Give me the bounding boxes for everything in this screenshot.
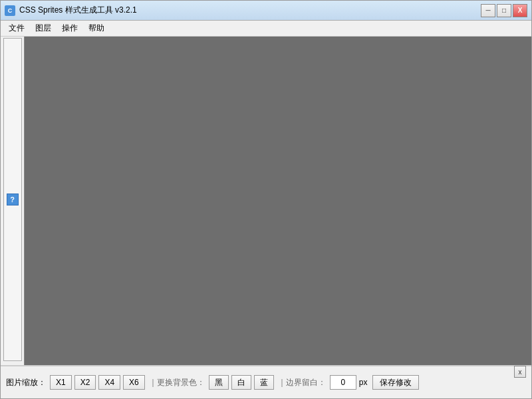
maximize-button[interactable]: □	[497, 4, 511, 17]
canvas-area	[25, 37, 531, 365]
bg-black-button[interactable]: 黑	[209, 375, 229, 390]
border-separator: ｜边界留白：	[278, 377, 326, 388]
menu-help[interactable]: 帮助	[83, 21, 110, 35]
close-button[interactable]: X	[513, 4, 527, 17]
title-bar: C CSS Sprites 样式生成工具 v3.2.1 ─ □ X	[1, 1, 531, 21]
app-window: C CSS Sprites 样式生成工具 v3.2.1 ─ □ X 文件 图层 …	[0, 0, 532, 399]
zoom-x1-button[interactable]: X1	[50, 375, 72, 390]
menu-bar: 文件 图层 操作 帮助	[1, 21, 531, 37]
zoom-x6-button[interactable]: X6	[123, 375, 145, 390]
bottom-toolbar: x 图片缩放： X1 X2 X4 X6 ｜更换背景色： 黑 白 蓝 ｜边界留白：…	[1, 365, 531, 398]
zoom-label: 图片缩放：	[6, 377, 46, 388]
left-panel: ?	[1, 37, 25, 365]
save-button[interactable]: 保存修改	[372, 375, 419, 390]
bg-blue-button[interactable]: 蓝	[254, 375, 274, 390]
app-icon: C	[5, 5, 15, 16]
menu-actions[interactable]: 操作	[57, 21, 83, 35]
border-input[interactable]	[330, 375, 356, 390]
zoom-x2-button[interactable]: X2	[74, 375, 96, 390]
main-area: ?	[1, 37, 531, 365]
window-title: CSS Sprites 样式生成工具 v3.2.1	[19, 5, 137, 16]
zoom-x4-button[interactable]: X4	[98, 375, 120, 390]
title-bar-left: C CSS Sprites 样式生成工具 v3.2.1	[5, 5, 137, 16]
minimize-button[interactable]: ─	[481, 4, 495, 17]
corner-x-button[interactable]: x	[514, 366, 526, 378]
border-unit: px	[359, 378, 368, 387]
bg-white-button[interactable]: 白	[231, 375, 251, 390]
menu-file[interactable]: 文件	[3, 21, 30, 35]
left-inner-box: ?	[3, 38, 22, 361]
app-icon-text: C	[8, 7, 13, 14]
menu-layers[interactable]: 图层	[30, 21, 57, 35]
bg-separator: ｜更换背景色：	[149, 377, 205, 388]
title-bar-controls: ─ □ X	[481, 4, 527, 17]
question-badge[interactable]: ?	[7, 194, 19, 205]
